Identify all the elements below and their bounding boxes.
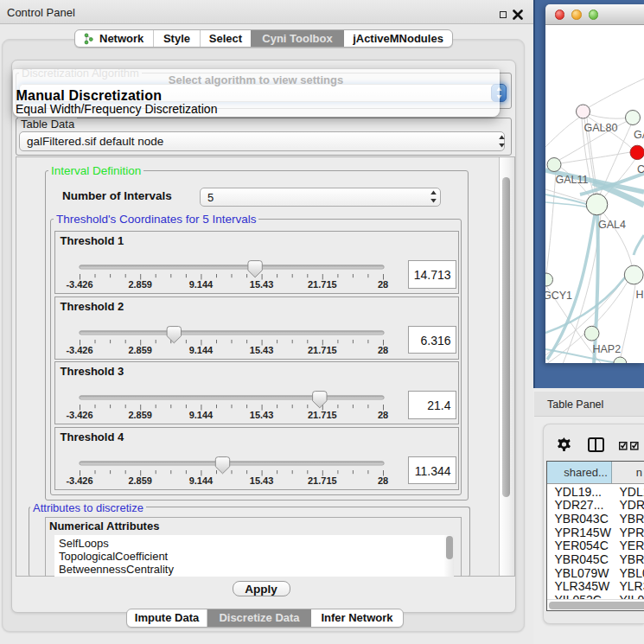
svg-text:C: C (637, 163, 644, 175)
svg-text:GAL4: GAL4 (598, 219, 626, 231)
svg-text:GCY1: GCY1 (545, 290, 572, 302)
svg-text:HAP2: HAP2 (593, 343, 622, 355)
svg-text:GA: GA (634, 128, 644, 140)
svg-text:H: H (636, 288, 644, 300)
svg-text:GAL11: GAL11 (556, 174, 589, 186)
svg-text:GAL80: GAL80 (584, 121, 618, 133)
